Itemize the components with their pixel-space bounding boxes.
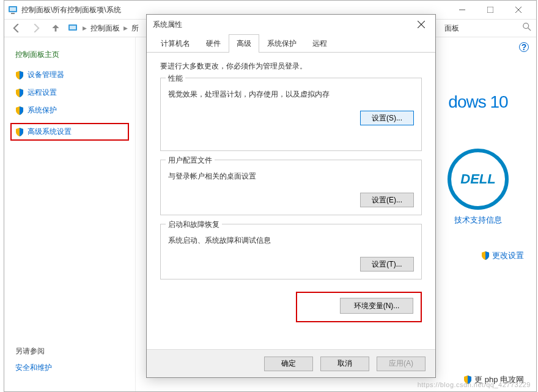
minimize-button[interactable]: [448, 1, 476, 19]
env-row: 环境变量(N)...: [160, 288, 422, 322]
svg-point-9: [523, 23, 529, 29]
performance-settings-button[interactable]: 设置(S)...: [360, 111, 414, 125]
maximize-button[interactable]: [476, 1, 504, 19]
window-title-text: 控制面板\所有控制面板项\系统: [21, 5, 121, 15]
bottom-change-text: 更 php 电攻网: [474, 374, 524, 385]
svg-rect-1: [10, 7, 16, 11]
shield-icon: [15, 128, 24, 136]
change-settings-link[interactable]: 更改设置: [432, 250, 524, 261]
dialog-body: 要进行大多数更改，你必须作为管理员登录。 性能 视觉效果，处理器计划，内存使用，…: [147, 53, 435, 349]
see-also-title: 另请参阅: [15, 346, 52, 357]
sidebar: 控制面板主页 设备管理器 远程设置 系统保护 高级系统设置 另请参阅 安全和维护: [4, 37, 136, 391]
chevron-right-icon: ▶: [123, 25, 128, 31]
svg-rect-2: [11, 13, 15, 14]
sidebar-item-protection[interactable]: 系统保护: [15, 105, 124, 116]
svg-rect-4: [487, 7, 493, 13]
env-variables-button[interactable]: 环境变量(N)...: [340, 298, 413, 314]
chevron-right-icon: ▶: [83, 25, 87, 31]
dialog-title: 系统属性: [153, 20, 182, 30]
search-icon[interactable]: [523, 23, 531, 34]
see-also-link[interactable]: 安全和维护: [15, 363, 52, 373]
back-button[interactable]: [9, 21, 24, 35]
sidebar-item-device-manager[interactable]: 设备管理器: [15, 70, 124, 80]
profiles-settings-button[interactable]: 设置(E)...: [360, 193, 414, 207]
dialog-intro: 要进行大多数更改，你必须作为管理员登录。: [160, 61, 422, 72]
group-desc: 视觉效果，处理器计划，内存使用，以及虚拟内存: [168, 89, 414, 100]
dialog-tabs: 计算机名 硬件 高级 系统保护 远程: [147, 34, 435, 53]
shield-icon: [463, 375, 472, 384]
sidebar-item-remote[interactable]: 远程设置: [15, 87, 124, 98]
group-title: 性能: [166, 73, 185, 84]
system-icon: [8, 5, 18, 15]
close-button[interactable]: [504, 1, 532, 19]
shield-icon: [15, 106, 24, 115]
dialog-footer: 确定 取消 应用(A): [147, 349, 435, 377]
dialog-title-bar: 系统属性: [147, 15, 435, 34]
tab-advanced[interactable]: 高级: [229, 34, 259, 53]
shield-icon: [481, 251, 490, 260]
shield-icon: [15, 89, 24, 97]
address-tail: 面板: [444, 23, 518, 34]
dialog-close-button[interactable]: [413, 17, 429, 32]
svg-rect-8: [70, 26, 76, 29]
windows-logo: dows 10: [432, 92, 524, 112]
tab-computer-name[interactable]: 计算机名: [153, 34, 198, 53]
sidebar-item-label: 系统保护: [28, 105, 57, 116]
up-button[interactable]: [48, 21, 63, 35]
crumb-all-items[interactable]: 所: [131, 23, 139, 34]
see-also: 另请参阅 安全和维护: [15, 346, 52, 373]
apply-button[interactable]: 应用(A): [377, 357, 426, 371]
ok-button[interactable]: 确定: [264, 357, 313, 371]
svg-line-10: [528, 28, 531, 31]
group-title: 用户配置文件: [166, 155, 215, 166]
group-desc: 与登录帐户相关的桌面设置: [168, 171, 414, 182]
sidebar-title: 控制面板主页: [15, 50, 124, 60]
cancel-button[interactable]: 取消: [320, 357, 369, 371]
sidebar-item-label: 高级系统设置: [28, 127, 72, 137]
group-recovery: 启动和故障恢复 系统启动、系统故障和调试信息 设置(T)...: [160, 224, 422, 279]
shield-icon: [15, 71, 24, 80]
sidebar-item-label: 远程设置: [28, 87, 57, 98]
bottom-change-link[interactable]: 更 php 电攻网: [463, 374, 524, 385]
system-properties-dialog: 系统属性 计算机名 硬件 高级 系统保护 远程 要进行大多数更改，你必须作为管理…: [146, 14, 436, 378]
change-settings-text: 更改设置: [492, 250, 524, 261]
sidebar-item-advanced[interactable]: 高级系统设置: [10, 123, 129, 141]
group-title: 启动和故障恢复: [166, 220, 222, 230]
tab-hardware[interactable]: 硬件: [198, 34, 229, 53]
computer-icon: [68, 23, 78, 33]
support-link[interactable]: 技术支持信息: [432, 215, 524, 226]
tab-protection[interactable]: 系统保护: [259, 34, 304, 53]
recovery-settings-button[interactable]: 设置(T)...: [360, 257, 414, 272]
crumb-control-panel[interactable]: 控制面板: [90, 23, 120, 34]
dell-logo: DELL: [448, 149, 509, 210]
forward-button[interactable]: [29, 21, 43, 35]
env-highlight: 环境变量(N)...: [296, 292, 422, 322]
group-profiles: 用户配置文件 与登录帐户相关的桌面设置 设置(E)...: [160, 160, 422, 215]
group-performance: 性能 视觉效果，处理器计划，内存使用，以及虚拟内存 设置(S)...: [160, 78, 422, 151]
right-panel: dows 10 DELL 技术支持信息 更改设置: [432, 37, 524, 261]
sidebar-item-label: 设备管理器: [28, 70, 64, 80]
tab-remote[interactable]: 远程: [304, 34, 335, 53]
group-desc: 系统启动、系统故障和调试信息: [168, 235, 414, 246]
